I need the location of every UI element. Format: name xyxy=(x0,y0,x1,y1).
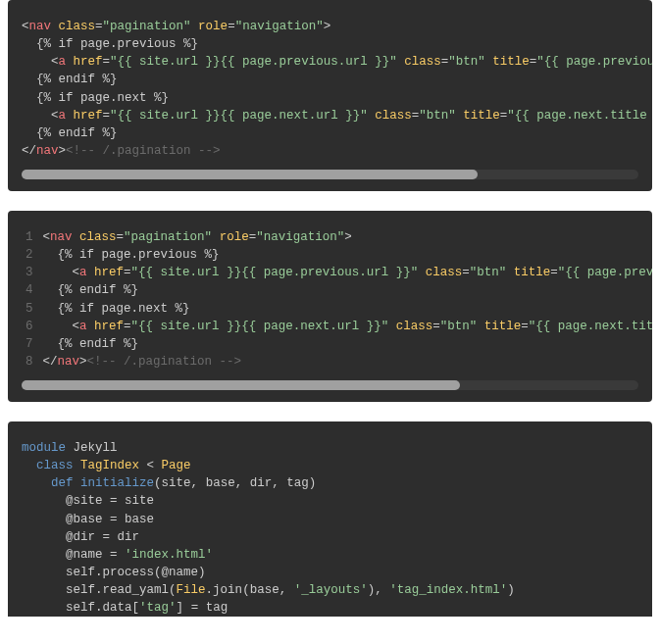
code-body: 1 2 3 4 5 6 7 8 <nav class="pagination" … xyxy=(8,228,652,371)
code-lines: <nav class="pagination" role="navigation… xyxy=(43,228,652,371)
code-block-html-2: 1 2 3 4 5 6 7 8 <nav class="pagination" … xyxy=(8,211,652,402)
code-scroll: 1 2 3 4 5 6 7 8 <nav class="pagination" … xyxy=(8,228,652,371)
scrollbar-track[interactable] xyxy=(22,380,638,390)
code-body: <nav class="pagination" role="navigation… xyxy=(8,18,652,160)
code-body: module Jekyll class TagIndex < Page def … xyxy=(8,439,529,617)
code-scroll: module Jekyll class TagIndex < Page def … xyxy=(8,439,652,617)
line-number-gutter: 1 2 3 4 5 6 7 8 xyxy=(8,228,43,371)
code-scroll: <nav class="pagination" role="navigation… xyxy=(8,18,652,160)
scrollbar-thumb[interactable] xyxy=(22,170,478,179)
scrollbar-thumb[interactable] xyxy=(22,380,460,390)
code-block-ruby: module Jekyll class TagIndex < Page def … xyxy=(8,421,652,617)
code-block-html-1: <nav class="pagination" role="navigation… xyxy=(8,0,652,191)
scrollbar-track[interactable] xyxy=(22,170,638,179)
